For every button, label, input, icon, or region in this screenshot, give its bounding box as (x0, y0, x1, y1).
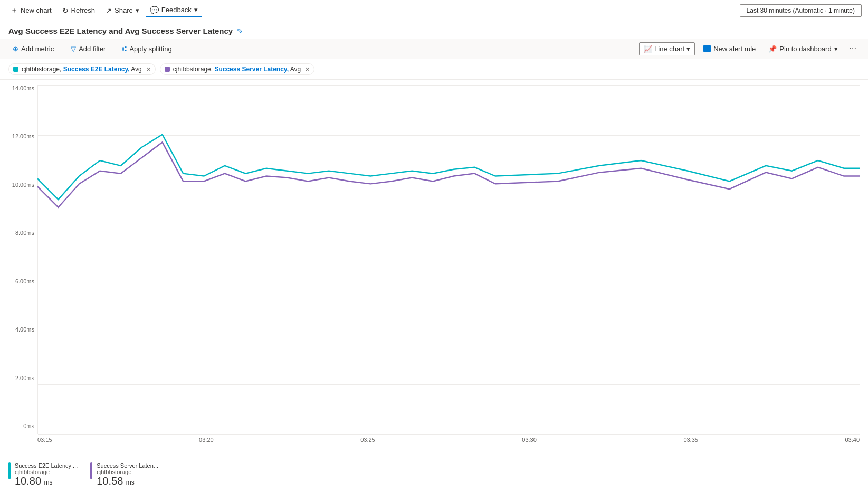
y-label-4: 4.00ms (8, 326, 37, 333)
purple-line (37, 142, 860, 207)
x-label-0320: 03:20 (199, 437, 214, 443)
metric2-remove-button[interactable]: ✕ (305, 67, 310, 72)
alert-icon (703, 45, 711, 52)
pin-to-dashboard-button[interactable]: 📌 Pin to dashboard ▾ (764, 43, 842, 55)
legend-color-1 (8, 462, 11, 479)
new-alert-button[interactable]: New alert rule (699, 43, 760, 55)
x-axis: 03:15 03:20 03:25 03:30 03:35 03:40 (37, 434, 860, 456)
chart-type-chevron-icon: ▾ (686, 45, 690, 53)
chart-area: 14.00ms 12.00ms 10.00ms 8.00ms 6.00ms 4.… (0, 80, 868, 456)
pin-chevron-icon: ▾ (834, 45, 838, 53)
x-label-0340: 03:40 (845, 437, 860, 443)
add-metric-button[interactable]: ⊕ Add metric (8, 43, 58, 55)
refresh-icon: ↻ (62, 6, 69, 15)
feedback-button[interactable]: 💬 Feedback ▾ (146, 4, 202, 17)
y-label-14: 14.00ms (8, 85, 37, 91)
y-label-8: 8.00ms (8, 230, 37, 236)
grid-line-5 (38, 335, 860, 335)
legend-item-1: Success E2E Latency ... cjhtbbstorage 10… (8, 460, 78, 487)
time-range-button[interactable]: Last 30 minutes (Automatic · 1 minute) (740, 4, 862, 17)
page-title-bar: Avg Success E2E Latency and Avg Success … (0, 21, 868, 39)
legend-area: Success E2E Latency ... cjhtbbstorage 10… (0, 456, 868, 492)
y-label-2: 2.00ms (8, 375, 37, 381)
legend-unit-1: ms (44, 479, 53, 486)
metrics-bar: cjhtbbstorage, Success E2E Latency, Avg … (0, 59, 868, 80)
edit-icon[interactable]: ✎ (237, 27, 243, 35)
y-label-0: 0ms (8, 423, 37, 429)
grid-line-6 (38, 384, 860, 385)
metric1-color (13, 67, 18, 72)
share-chevron-icon: ▾ (136, 6, 139, 14)
legend-item-2: Success Server Laten... cjhtbbstorage 10… (90, 460, 158, 487)
legend-item-1-inner: Success E2E Latency ... cjhtbbstorage 10… (8, 462, 78, 487)
page-title: Avg Success E2E Latency and Avg Success … (8, 26, 233, 35)
share-icon: ↗ (106, 6, 112, 15)
time-range-area: Last 30 minutes (Automatic · 1 minute) (740, 4, 862, 17)
pin-icon: 📌 (768, 45, 777, 53)
y-label-10: 10.00ms (8, 182, 37, 188)
splitting-icon: ⑆ (122, 45, 127, 53)
metric1-remove-button[interactable]: ✕ (146, 67, 151, 72)
legend-name-1: Success E2E Latency ... (15, 462, 78, 469)
metric-pill-1: cjhtbbstorage, Success E2E Latency, Avg … (8, 63, 156, 75)
add-filter-button[interactable]: ▽ Add filter (66, 43, 110, 55)
x-label-0325: 03:25 (360, 437, 375, 443)
feedback-icon: 💬 (150, 6, 159, 14)
legend-sub-2: cjhtbbstorage (97, 469, 158, 475)
legend-text-2: Success Server Laten... cjhtbbstorage 10… (97, 462, 158, 487)
metric1-label: cjhtbbstorage, Success E2E Latency, Avg (22, 65, 142, 73)
plus-icon: ＋ (11, 6, 18, 15)
legend-sub-1: cjhtbbstorage (15, 469, 78, 475)
chart-svg (37, 85, 860, 325)
legend-value-2: 10.58 ms (97, 475, 158, 487)
legend-color-2 (90, 462, 92, 479)
share-button[interactable]: ↗ Share ▾ (101, 4, 144, 17)
metric2-color (165, 67, 170, 72)
legend-value-1: 10.80 ms (15, 475, 78, 487)
filter-icon: ▽ (71, 45, 76, 53)
legend-item-2-inner: Success Server Laten... cjhtbbstorage 10… (90, 462, 158, 487)
x-label-0315: 03:15 (37, 437, 52, 443)
metric2-label: cjhtbbstorage, Success Server Latency, A… (173, 65, 301, 73)
legend-text-1: Success E2E Latency ... cjhtbbstorage 10… (15, 462, 78, 487)
new-chart-button[interactable]: ＋ New chart (6, 4, 56, 17)
y-label-12: 12.00ms (8, 133, 37, 139)
legend-unit-2: ms (126, 479, 135, 486)
line-chart-icon: 📈 (644, 45, 652, 53)
x-label-0330: 03:30 (522, 437, 537, 443)
y-label-6: 6.00ms (8, 278, 37, 285)
x-label-0335: 03:35 (683, 437, 698, 443)
toolbar: ＋ New chart ↻ Refresh ↗ Share ▾ 💬 Feedba… (0, 0, 868, 21)
more-options-button[interactable]: ··· (846, 42, 860, 55)
legend-name-2: Success Server Laten... (97, 462, 158, 469)
chart-type-button[interactable]: 📈 Line chart ▾ (639, 42, 695, 55)
filter-bar-right: 📈 Line chart ▾ New alert rule 📌 Pin to d… (639, 42, 860, 55)
metric-pill-2: cjhtbbstorage, Success Server Latency, A… (160, 63, 314, 75)
filter-bar: ⊕ Add metric ▽ Add filter ⑆ Apply splitt… (0, 39, 868, 59)
refresh-button[interactable]: ↻ Refresh (58, 4, 100, 17)
add-metric-icon: ⊕ (13, 45, 18, 53)
chart-inner: 14.00ms 12.00ms 10.00ms 8.00ms 6.00ms 4.… (8, 80, 860, 456)
apply-splitting-button[interactable]: ⑆ Apply splitting (118, 43, 176, 55)
feedback-chevron-icon: ▾ (194, 6, 198, 14)
y-axis: 14.00ms 12.00ms 10.00ms 8.00ms 6.00ms 4.… (8, 80, 37, 434)
